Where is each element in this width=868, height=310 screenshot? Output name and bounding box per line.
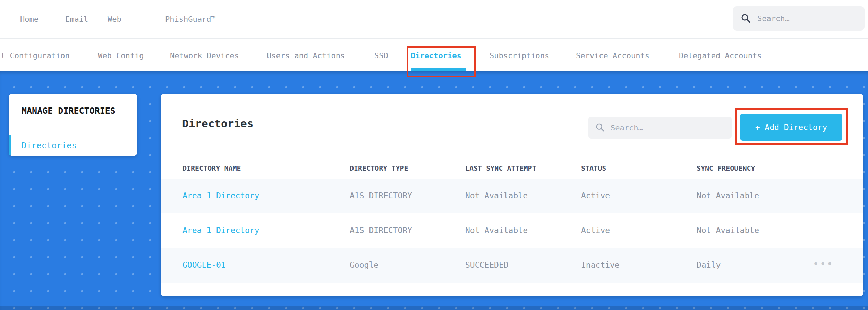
active-tab-underline <box>411 68 466 71</box>
bottom-shadow-strip <box>0 306 868 310</box>
tab-sso[interactable]: SSO <box>374 51 388 60</box>
sync-frequency-cell: Not Available <box>697 226 759 235</box>
directory-name-link[interactable]: Area 1 Directory <box>182 191 259 200</box>
column-header-directory-type: DIRECTORY TYPE <box>350 164 408 172</box>
tab-service-accounts[interactable]: Service Accounts <box>576 51 649 60</box>
last-sync-cell: Not Available <box>465 226 528 235</box>
directory-type-cell: A1S_DIRECTORY <box>350 191 412 200</box>
table-row: GOOGLE-01 Google SUCCEEDED Inactive Dail… <box>161 248 863 283</box>
active-item-indicator <box>9 135 11 155</box>
directory-type-cell: A1S_DIRECTORY <box>350 226 412 235</box>
page-title: Directories <box>182 117 253 130</box>
content-area: MANAGE DIRECTORIES Directories Directori… <box>0 71 868 310</box>
manage-directories-card: MANAGE DIRECTORIES Directories <box>9 94 137 156</box>
sidebar-card-title: MANAGE DIRECTORIES <box>22 106 116 116</box>
nav-item-home[interactable]: Home <box>20 15 39 24</box>
directory-type-cell: Google <box>350 260 378 269</box>
column-header-sync-frequency: SYNC FREQUENCY <box>697 164 755 172</box>
directory-name-link[interactable]: GOOGLE-01 <box>182 260 226 269</box>
settings-tab-bar: l Configuration Web Config Network Devic… <box>0 38 868 71</box>
last-sync-cell: SUCCEEDED <box>465 260 509 269</box>
column-header-last-sync-attempt: LAST SYNC ATTEMPT <box>465 164 536 172</box>
tab-delegated-accounts[interactable]: Delegated Accounts <box>679 51 761 60</box>
sidebar-item-directories[interactable]: Directories <box>22 141 77 150</box>
nav-item-phishguard[interactable]: PhishGuard™ <box>165 15 216 24</box>
tab-email-configuration[interactable]: l Configuration <box>1 51 70 60</box>
top-navigation: Home Email Web PhishGuard™ <box>0 0 868 38</box>
nav-item-email[interactable]: Email <box>65 15 88 24</box>
status-cell: Active <box>581 226 610 235</box>
directories-panel: Directories + Add Directory DIRECTORY NA… <box>161 94 863 296</box>
global-search-input[interactable] <box>757 14 857 23</box>
nav-item-web[interactable]: Web <box>108 15 121 24</box>
add-directory-button[interactable]: + Add Directory <box>740 114 842 141</box>
row-actions-menu-icon[interactable]: ••• <box>813 258 834 269</box>
column-header-status: STATUS <box>581 164 606 172</box>
tab-directories-active[interactable]: Directories <box>411 51 461 60</box>
global-search-box[interactable] <box>733 6 865 31</box>
app-window: Home Email Web PhishGuard™ l Configurati… <box>0 0 868 310</box>
search-icon <box>741 13 751 24</box>
directories-search-input[interactable] <box>611 123 725 132</box>
tab-subscriptions[interactable]: Subscriptions <box>490 51 549 60</box>
tab-users-and-actions[interactable]: Users and Actions <box>267 51 345 60</box>
search-icon <box>595 123 605 132</box>
table-header-row: DIRECTORY NAME DIRECTORY TYPE LAST SYNC … <box>161 161 863 175</box>
tab-network-devices[interactable]: Network Devices <box>170 51 239 60</box>
sync-frequency-cell: Daily <box>697 260 721 269</box>
status-cell: Inactive <box>581 260 620 269</box>
table-row: Area 1 Directory A1S_DIRECTORY Not Avail… <box>161 179 863 213</box>
sync-frequency-cell: Not Available <box>697 191 759 200</box>
table-row: Area 1 Directory A1S_DIRECTORY Not Avail… <box>161 213 863 248</box>
status-cell: Active <box>581 191 610 200</box>
directory-name-link[interactable]: Area 1 Directory <box>182 226 259 235</box>
last-sync-cell: Not Available <box>465 191 528 200</box>
tab-web-config[interactable]: Web Config <box>98 51 144 60</box>
directories-search-box[interactable] <box>588 117 732 139</box>
column-header-directory-name: DIRECTORY NAME <box>182 164 241 172</box>
